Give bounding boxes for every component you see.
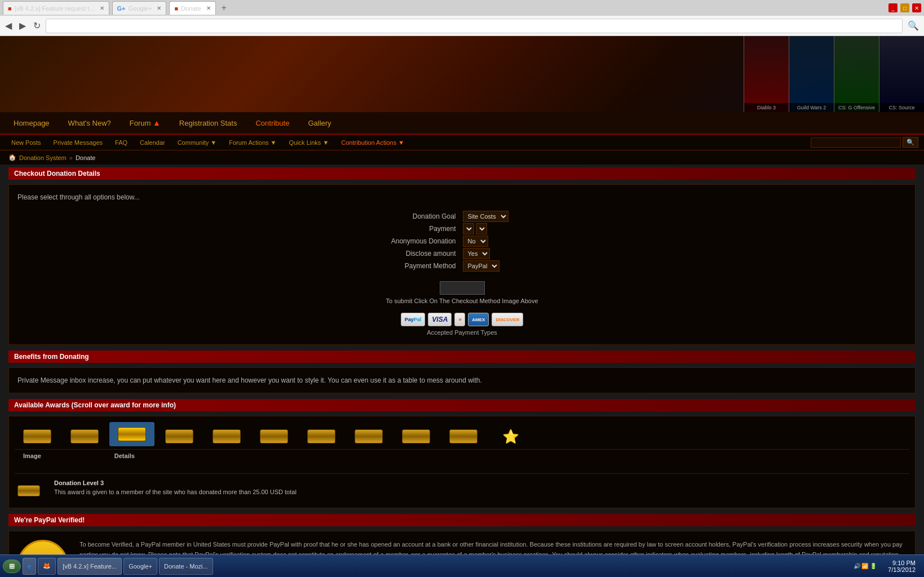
- benefits-header: Benefits from Donating: [8, 350, 916, 363]
- anonymous-label: Anonymous Donation: [19, 236, 462, 247]
- donation-goal-select[interactable]: Site Costs: [463, 211, 509, 222]
- taskbar-google-app[interactable]: Google+: [123, 558, 157, 575]
- nav-contribute[interactable]: Contribute: [247, 114, 297, 132]
- award-detail: Donation Level 3 This award is given to …: [15, 473, 909, 502]
- award-item-1[interactable]: [15, 427, 60, 446]
- header-thumb-diablo[interactable]: Diablo 3: [744, 36, 789, 112]
- taskbar-firefox-icon[interactable]: 🦊: [38, 558, 56, 575]
- new-tab-button[interactable]: +: [222, 3, 227, 13]
- sub-nav-search-area: 🔍: [811, 137, 918, 148]
- breadcrumb-arrow: »: [69, 154, 73, 161]
- payment-method-select[interactable]: PayPal: [463, 260, 499, 272]
- payment-select-2[interactable]: [476, 223, 487, 234]
- header-game-thumbs: Diablo 3 Guild Wars 2 CS: G Offensive CS…: [744, 36, 924, 112]
- donate-tab-close[interactable]: ✕: [206, 5, 211, 11]
- award-item-6[interactable]: [251, 427, 297, 446]
- subnav-contribution-actions[interactable]: Contribution Actions ▼: [335, 137, 410, 148]
- taskbar-clock: 9:10 PM 7/13/2012: [882, 560, 921, 573]
- donation-goal-value-cell: Site Costs: [463, 211, 906, 222]
- award-detail-description: This award is given to a member of the s…: [54, 489, 297, 495]
- award-item-10[interactable]: [441, 427, 486, 446]
- google-tab-icon: G+: [117, 5, 126, 12]
- browser-tab-donate[interactable]: ■ Donate ✕: [169, 1, 215, 15]
- google-tab-close[interactable]: ✕: [157, 5, 161, 11]
- search-button[interactable]: 🔍: [903, 137, 918, 148]
- window-minimize[interactable]: _: [888, 3, 898, 12]
- awards-image-label: Image: [23, 452, 41, 459]
- breadcrumb-donation-system[interactable]: Donation System: [19, 154, 67, 161]
- taskbar-vb-app[interactable]: [vB 4.2.x] Feature...: [58, 558, 122, 575]
- subnav-faq[interactable]: FAQ: [109, 137, 133, 148]
- checkout-section: Please select through all options below.…: [8, 184, 916, 345]
- nav-registration[interactable]: Registration Stats: [171, 114, 245, 132]
- award-icon-3: [115, 424, 149, 444]
- firefox-icon: 🦊: [43, 562, 51, 570]
- checkout-submit-button[interactable]: [440, 281, 485, 295]
- award-item-5[interactable]: [204, 427, 249, 446]
- browser-tab-vb[interactable]: ■ [vB 4.2.x] Feature request t... ✕: [3, 1, 109, 15]
- subnav-private-messages[interactable]: Private Messages: [48, 137, 108, 148]
- awards-column-labels: Image Details: [15, 449, 909, 465]
- award-item-4[interactable]: [157, 427, 202, 446]
- nav-forum[interactable]: Forum ▲: [122, 114, 169, 132]
- award-item-8[interactable]: [346, 427, 391, 446]
- award-icon-4: [162, 427, 196, 446]
- breadcrumb-home-icon: 🏠: [8, 154, 16, 161]
- disclose-label: Disclose amount: [19, 248, 462, 259]
- header-thumb-css[interactable]: CS: Source: [879, 36, 924, 112]
- nav-homepage[interactable]: Homepage: [6, 114, 58, 132]
- checkout-header: Checkout Donation Details: [8, 167, 916, 180]
- payment-method-label: Payment Method: [19, 260, 462, 272]
- vb-tab-close[interactable]: ✕: [100, 5, 104, 11]
- google-app-label: Google+: [129, 563, 152, 570]
- header-thumb-csgo[interactable]: CS: G Offensive: [834, 36, 879, 112]
- taskbar-donate-app[interactable]: Donate - Mozi...: [159, 558, 213, 575]
- subnav-new-posts[interactable]: New Posts: [6, 137, 47, 148]
- vb-app-label: [vB 4.2.x] Feature...: [63, 563, 117, 570]
- nav-gallery[interactable]: Gallery: [300, 114, 339, 132]
- search-button[interactable]: 🔍: [905, 19, 921, 32]
- sub-nav: New Posts Private Messages FAQ Calendar …: [0, 135, 924, 150]
- award-item-9[interactable]: [394, 427, 439, 446]
- subnav-community[interactable]: Community ▼: [172, 137, 223, 148]
- award-item-2[interactable]: [62, 427, 107, 446]
- award-item-3[interactable]: [109, 422, 154, 446]
- subnav-quick-links[interactable]: Quick Links ▼: [284, 137, 335, 148]
- nav-whats-new[interactable]: What's New?: [60, 114, 119, 132]
- taskbar-start-button[interactable]: ⊞: [3, 560, 21, 573]
- window-maximize[interactable]: □: [900, 3, 909, 12]
- breadcrumb: 🏠 Donation System » Donate: [0, 150, 924, 165]
- payment-controls: [463, 223, 906, 234]
- browser-titlebar: ■ [vB 4.2.x] Feature request t... ✕ G+ G…: [0, 0, 924, 16]
- form-row-payment: Payment: [19, 223, 905, 234]
- header-thumb-label-diablo: Diablo 3: [744, 103, 789, 112]
- award-item-star[interactable]: ⭐: [488, 427, 533, 446]
- disclose-select[interactable]: Yes: [463, 248, 490, 259]
- anonymous-select[interactable]: No: [463, 236, 488, 247]
- awards-header: Available Awards (Scroll over award for …: [8, 399, 916, 411]
- award-item-7[interactable]: [299, 427, 344, 446]
- subnav-forum-actions[interactable]: Forum Actions ▼: [223, 137, 282, 148]
- awards-details-label: Details: [114, 452, 135, 459]
- browser-tab-google[interactable]: G+ Google+ ✕: [112, 1, 167, 15]
- discover-icon: DISCOVER: [492, 313, 523, 326]
- subnav-calendar[interactable]: Calendar: [134, 137, 171, 148]
- window-close[interactable]: ✕: [912, 3, 921, 12]
- back-button[interactable]: ◀: [3, 19, 14, 32]
- award-icon-6: [257, 427, 291, 446]
- forward-button[interactable]: ▶: [17, 19, 28, 32]
- award-detail-text: Donation Level 3 This award is given to …: [54, 480, 297, 502]
- search-input[interactable]: [811, 137, 901, 148]
- disclose-value-cell: Yes: [463, 248, 906, 259]
- donate-tab-icon: ■: [174, 5, 178, 12]
- refresh-button[interactable]: ↻: [31, 19, 43, 32]
- address-bar[interactable]: [46, 19, 903, 33]
- payment-select-1[interactable]: [463, 223, 474, 234]
- header-thumb-gw2[interactable]: Guild Wars 2: [789, 36, 834, 112]
- form-row-goal: Donation Goal Site Costs: [19, 211, 905, 222]
- browser-toolbar: ◀ ▶ ↻ 🔍: [0, 16, 924, 36]
- taskbar-ie-icon[interactable]: e: [23, 558, 36, 575]
- donate-tab-label: Donate: [181, 5, 201, 12]
- award-icon-8: [352, 427, 386, 446]
- visa-icon: VISA: [428, 313, 452, 326]
